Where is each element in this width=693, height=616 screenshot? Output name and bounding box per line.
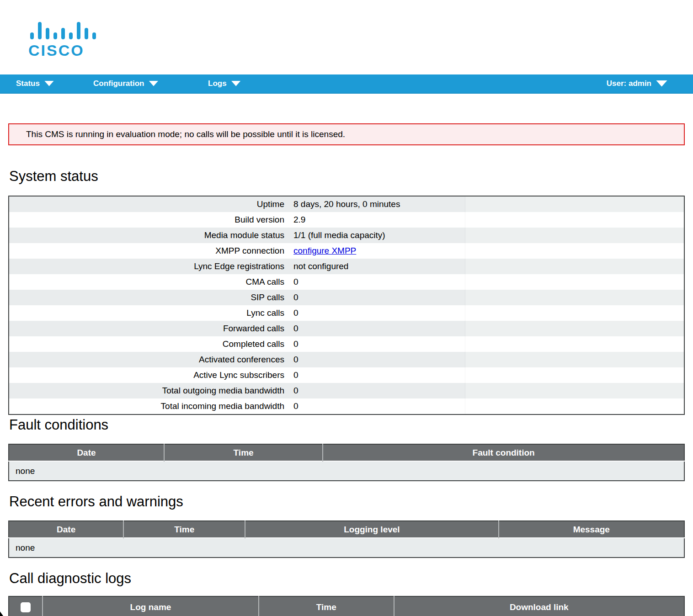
nav-configuration-label: Configuration [93,79,144,88]
table-row: Total incoming media bandwidth 0 [9,398,684,414]
status-value: 0 [284,336,465,352]
column-header-time: Time [123,521,245,538]
column-header-fault-condition: Fault condition [323,444,684,461]
table-row: Active Lync subscribers 0 [9,367,684,383]
table-row: CMA calls 0 [9,274,684,290]
system-status-table: Uptime 8 days, 20 hours, 0 minutes Build… [8,196,685,415]
chevron-down-icon [656,80,667,87]
column-header-time: Time [259,596,394,616]
empty-row-text: none [9,461,684,481]
evaluation-mode-message: This CMS is running in evaluation mode; … [26,129,345,139]
cisco-logo: CISCO [28,21,96,59]
chevron-down-icon [231,81,241,86]
table-header-row: Date Time Fault condition [9,444,684,461]
recent-errors-table: Date Time Logging level Message none [8,520,685,558]
status-value: 0 [284,290,465,305]
call-diagnostic-logs-heading: Call diagnostic logs [9,569,131,588]
fault-conditions-table: Date Time Fault condition none [8,444,685,481]
top-navbar: Status Configuration Logs User: admin [0,74,693,94]
table-header-row: Date Time Logging level Message [9,521,684,538]
status-value: 0 [284,305,465,321]
table-row: SIP calls 0 [9,290,684,305]
status-value: 8 days, 20 hours, 0 minutes [284,196,465,212]
recent-errors-heading: Recent errors and warnings [9,493,183,511]
column-header-logging-level: Logging level [245,521,498,538]
column-header-date: Date [9,521,123,538]
call-diagnostic-logs-table: Log name Time Download link [8,596,685,616]
cms-admin-page: CISCO Status Configuration Logs User: ad… [0,0,693,616]
table-row: Build version 2.9 [9,212,684,228]
empty-row-text: none [9,538,684,558]
table-header-row: Log name Time Download link [9,596,684,616]
status-label: SIP calls [9,290,284,305]
table-row: Lync Edge registrations not configured [9,259,684,274]
status-label: Forwarded calls [9,321,284,336]
table-row: Total outgoing media bandwidth 0 [9,383,684,398]
fault-conditions-heading: Fault conditions [9,416,108,434]
nav-status-label: Status [16,79,40,88]
status-label: Media module status [9,228,284,243]
status-label: XMPP connection [9,243,284,259]
status-label: Active Lync subscribers [9,367,284,383]
select-all-checkbox[interactable] [21,602,31,612]
nav-menu-user[interactable]: User: admin [607,74,667,93]
status-value: 1/1 (full media capacity) [284,228,465,243]
status-label: Total outgoing media bandwidth [9,383,284,398]
status-label: Activated conferences [9,352,284,367]
table-row: none [9,538,684,558]
select-all-cell [9,596,43,616]
table-row: Uptime 8 days, 20 hours, 0 minutes [9,196,684,212]
nav-menu-logs[interactable]: Logs [208,74,241,93]
chevron-down-icon [149,81,158,86]
table-row: none [9,461,684,481]
column-header-download-link: Download link [394,596,684,616]
evaluation-mode-banner: This CMS is running in evaluation mode; … [8,123,685,145]
status-label: CMA calls [9,274,284,290]
status-value: 0 [284,367,465,383]
status-label: Completed calls [9,336,284,352]
status-label: Uptime [9,196,284,212]
system-status-heading: System status [9,167,98,186]
status-value: 0 [284,398,465,414]
nav-user-label: User: admin [607,79,651,88]
cisco-logo-text: CISCO [28,42,96,59]
status-value: 2.9 [284,212,465,228]
status-label: Total incoming media bandwidth [9,398,284,414]
status-label: Build version [9,212,284,228]
status-value: 0 [284,321,465,336]
table-row: Lync calls 0 [9,305,684,321]
nav-logs-label: Logs [208,79,227,88]
chevron-down-icon [44,81,54,86]
nav-menu-status[interactable]: Status [16,74,54,93]
table-row: Forwarded calls 0 [9,321,684,336]
column-header-message: Message [499,521,684,538]
cisco-logo-bars-icon [30,21,96,39]
configure-xmpp-link[interactable]: configure XMPP [293,246,356,255]
status-value: 0 [284,383,465,398]
column-header-log-name: Log name [43,596,259,616]
table-row: Media module status 1/1 (full media capa… [9,228,684,243]
column-header-time: Time [164,444,323,461]
nav-menu-configuration[interactable]: Configuration [93,74,158,93]
table-row: Completed calls 0 [9,336,684,352]
screen-edge-artifact [0,611,3,616]
column-header-date: Date [9,444,164,461]
status-value: not configured [284,259,465,274]
table-row: Activated conferences 0 [9,352,684,367]
status-value: 0 [284,352,465,367]
table-row: XMPP connection configure XMPP [9,243,684,259]
status-label: Lync calls [9,305,284,321]
status-label: Lync Edge registrations [9,259,284,274]
status-value: 0 [284,274,465,290]
